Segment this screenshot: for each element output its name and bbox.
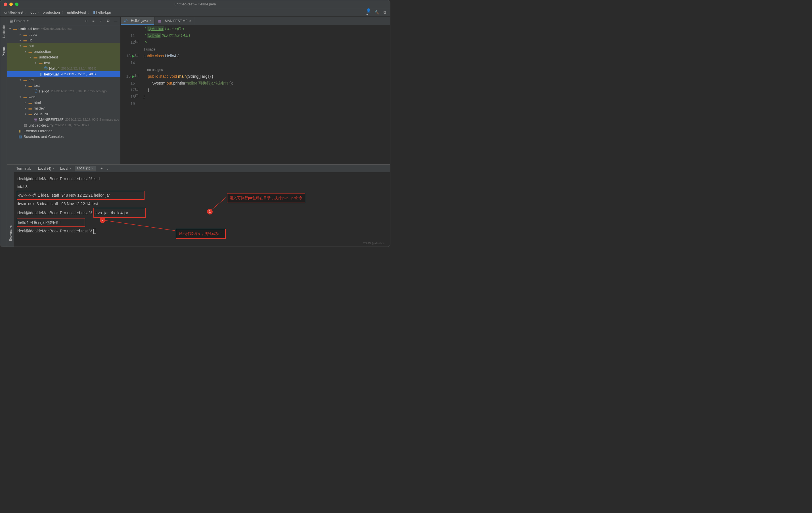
watermark: CSDN @ideal-cs [363,242,384,245]
code-area[interactable]: 1112-13 ▶-1415 ▶-1617-18-19 * @Author Li… [121,25,390,164]
terminal-output[interactable]: ideal@idealdeMacBook-Pro untitled-test %… [14,173,390,247]
new-terminal-icon[interactable]: + [99,166,104,171]
close-window-button[interactable] [4,3,7,6]
tree-row[interactable]: ▸▬msdev [7,105,120,111]
bookmarks-tool-button[interactable]: Bookmarks [9,225,12,241]
tree-row[interactable]: ▾▬src [7,77,120,83]
build-icon[interactable]: 🔨 [374,10,379,15]
dropdown-icon: ▼ [26,20,29,23]
tree-row-root[interactable]: ▾▬untitled-test~/Desktop/untitled-test [7,26,120,31]
expand-all-icon[interactable]: ≡ [91,19,96,24]
breadcrumb-item[interactable]: untitled-test [66,10,87,15]
close-tab-icon[interactable]: × [189,19,191,23]
tree-row[interactable]: ▾▬web [7,94,120,99]
gutter: 1112-13 ▶-1415 ▶-1617-18-19 [121,25,138,164]
code-content[interactable]: * @Author LioningFro * @Date 2023/11/9 1… [138,25,390,164]
ide-window: untitled-test – Hello4.java untitled-tes… [0,0,390,247]
sidebar-header: ▤ Project ▼ ⊕ ≡ ÷ ⚙ — [7,17,120,25]
close-tab-icon[interactable]: × [149,19,151,23]
annotation-badge-1: 1 [207,209,213,214]
window-title: untitled-test – Hello4.java [175,2,216,6]
annotation-callout-1: 进入可执行jar包所在目录，执行java -jar命令 [227,193,305,203]
tree-row[interactable]: ▾▬untitled-test [7,54,120,60]
terminal-tab[interactable]: Local (4)× [36,166,57,171]
tree-row[interactable]: ▧Scratches and Consoles [7,133,120,139]
tree-row[interactable]: ▦untitled-test.iml2023/11/10, 09:52, 867… [7,122,120,128]
breadcrumbs[interactable]: untitled-test〉out〉production〉untitled-te… [3,10,112,15]
terminal-tab[interactable]: Local× [58,166,74,171]
annotation-badge-2: 2 [100,217,105,223]
breadcrumb-item[interactable]: untitled-test [3,10,24,15]
project-sidebar: ▤ Project ▼ ⊕ ≡ ÷ ⚙ — ▾▬untitled-test~/D… [7,17,121,164]
toolbar-right: 👤▾ 🔨 ⧉ [366,10,387,15]
tree-row[interactable]: ▾▬out [7,43,120,49]
tree-row[interactable]: ▾▬production [7,49,120,54]
terminal-pane: Bookmarks Terminal: Local (4)×Local×Loca… [7,164,390,247]
minimize-window-button[interactable] [9,3,13,6]
top-split: ▤ Project ▼ ⊕ ≡ ÷ ⚙ — ▾▬untitled-test~/D… [7,17,390,164]
editor-tab[interactable]: ▦MANIFEST.MF× [154,17,194,25]
tree-row[interactable]: ▾▬test [7,60,120,65]
tree-row[interactable]: ▸▬.idea [7,31,120,37]
terminal-label: Terminal: [16,166,31,171]
terminal-body: Terminal: Local (4)×Local×Local (2)× + ⌄… [14,164,390,247]
sidebar-title[interactable]: ▤ Project ▼ [9,19,29,23]
maximize-window-button[interactable] [15,3,19,6]
sidebar-tools: ⊕ ≡ ÷ ⚙ — [84,19,118,24]
select-opened-file-icon[interactable]: ⊕ [84,19,89,24]
collapse-all-icon[interactable]: ÷ [98,19,103,24]
hide-icon[interactable]: — [113,19,118,24]
bottom-tool-rail: Bookmarks [7,164,14,247]
main-body: Leetcode Project ▤ Project ▼ ⊕ ≡ [0,17,390,247]
breadcrumb-item[interactable]: ▮ hello4.jar [92,10,112,15]
tree-row[interactable]: ▸▬lib [7,37,120,43]
tree-row[interactable]: ⒸHello42023/11/12, 22:14, 551 B [7,65,120,71]
breadcrumb-item[interactable]: production [41,10,61,15]
navigation-bar: untitled-test〉out〉production〉untitled-te… [0,8,390,17]
editor: ⒸHello4.java×▦MANIFEST.MF× 1112-13 ▶-141… [121,17,390,164]
window-controls [4,3,19,6]
editor-tab[interactable]: ⒸHello4.java× [121,17,154,25]
tree-row[interactable]: ⫼External Libraries [7,128,120,133]
project-view-icon: ▤ [9,19,13,23]
main-area: ▤ Project ▼ ⊕ ≡ ÷ ⚙ — ▾▬untitled-test~/D… [7,17,390,247]
tree-row[interactable]: ▾▬test [7,83,120,88]
tree-row[interactable]: ▸▬html [7,99,120,105]
left-tool-rail: Leetcode Project [0,17,7,247]
project-tool-button[interactable]: Project [2,47,5,56]
tree-row[interactable]: ▾▬WEB-INF [7,111,120,117]
titlebar: untitled-test – Hello4.java [0,0,390,8]
editor-tabs: ⒸHello4.java×▦MANIFEST.MF× [121,17,390,25]
search-icon[interactable]: ⧉ [382,10,387,15]
terminal-tabs: Terminal: Local (4)×Local×Local (2)× + ⌄ [14,164,390,173]
user-icon[interactable]: 👤▾ [366,10,371,15]
annotation-callout-2: 显示打印结果，测试成功！ [176,229,226,239]
leetcode-tool-button[interactable]: Leetcode [2,25,5,38]
terminal-dropdown-icon[interactable]: ⌄ [105,166,111,171]
terminal-tab[interactable]: Local (2)× [75,166,96,171]
settings-icon[interactable]: ⚙ [106,19,111,24]
breadcrumb-item[interactable]: out [29,10,37,15]
project-tree[interactable]: ▾▬untitled-test~/Desktop/untitled-test▸▬… [7,25,120,164]
tree-row[interactable]: ▦MANIFEST.MF2023/11/12, 22:17, 90 B 2 mi… [7,117,120,122]
tree-row-selected[interactable]: ▮hello4.jar2023/11/12, 22:21, 948 B [7,71,120,77]
tree-row[interactable]: ⒸHello42023/11/12, 22:13, 310 B 7 minute… [7,88,120,94]
